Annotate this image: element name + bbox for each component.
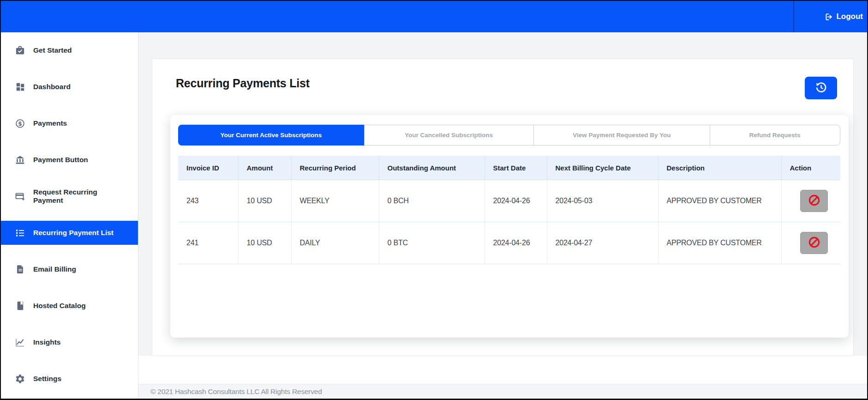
table-row: 243 10 USD WEEKLY 0 BCH 2024-04-26 2024-… (178, 180, 840, 222)
block-icon (808, 194, 821, 208)
sidebar-item-recurring-payment-list[interactable]: Recurring Payment List (1, 221, 138, 245)
page-title: Recurring Payments List (176, 77, 310, 90)
cell-recurring-period: DAILY (291, 222, 379, 264)
svg-text:$: $ (18, 120, 22, 127)
sidebar-item-hosted-catalog[interactable]: Hosted Catalog (1, 294, 138, 318)
sidebar-item-label: Get Started (33, 46, 72, 55)
sidebar-item-label: Insights (33, 338, 60, 346)
block-icon (808, 236, 821, 250)
cell-amount: 10 USD (238, 180, 291, 222)
refresh-history-button[interactable] (805, 77, 837, 99)
cell-action (781, 180, 840, 222)
topbar: Logout (1, 1, 867, 32)
content-area: Recurring Payments List Your Current Act… (138, 32, 867, 399)
sidebar-item-get-started[interactable]: Get Started (1, 38, 138, 62)
dollar-circle-icon: $ (15, 118, 25, 129)
document-icon (15, 264, 25, 275)
tab-view-payment-requested-by-you[interactable]: View Payment Requested By You (533, 125, 710, 145)
gear-icon (15, 374, 25, 384)
footer: © 2021 Hashcash Consultants LLC All Righ… (138, 384, 867, 399)
sidebar-item-request-recurring-payment[interactable]: Request Recurring Payment (1, 184, 138, 208)
tab-refund-requests[interactable]: Refund Requests (710, 125, 839, 145)
app-window: Logout Get Started (0, 0, 868, 400)
tab-cancelled-subscriptions[interactable]: Your Cancelled Subscriptions (364, 125, 533, 145)
sidebar-item-label: Dashboard (33, 83, 71, 91)
cell-invoice-id: 241 (178, 222, 238, 264)
cell-description: APPROVED BY CUSTOMER (658, 222, 781, 264)
column-header-recurring-period: Recurring Period (291, 156, 379, 180)
logout-label: Logout (836, 12, 863, 21)
cell-next-billing-cycle-date: 2024-04-27 (547, 222, 658, 264)
briefcase-check-icon (15, 45, 25, 56)
sidebar-item-label: Payments (33, 119, 67, 127)
content-lower-strip (138, 356, 867, 384)
cancel-subscription-button[interactable] (800, 190, 828, 212)
cell-start-date: 2024-04-26 (485, 222, 547, 264)
column-header-start-date: Start Date (485, 156, 547, 180)
cell-description: APPROVED BY CUSTOMER (658, 180, 781, 222)
sidebar-item-label: Hosted Catalog (33, 302, 86, 310)
cell-amount: 10 USD (238, 222, 291, 264)
book-icon (15, 301, 25, 311)
cell-action (781, 222, 840, 264)
recurring-payments-panel: Recurring Payments List Your Current Act… (152, 59, 854, 356)
column-header-action: Action (781, 156, 840, 180)
cancel-subscription-button[interactable] (800, 232, 828, 254)
cell-outstanding-amount: 0 BCH (379, 180, 485, 222)
topbar-divider (793, 1, 794, 32)
sidebar-item-label: Email Billing (33, 265, 76, 273)
column-header-description: Description (658, 156, 781, 180)
sidebar-item-insights[interactable]: Insights (1, 330, 138, 354)
dashboard-grid-icon (15, 82, 25, 92)
table-header-row: Invoice ID Amount Recurring Period Outst… (178, 156, 840, 180)
cell-outstanding-amount: 0 BTC (379, 222, 485, 264)
logout-button[interactable]: Logout (825, 1, 863, 32)
cell-next-billing-cycle-date: 2024-05-03 (547, 180, 658, 222)
list-icon (15, 228, 25, 238)
column-header-next-billing-cycle-date: Next Billing Cycle Date (547, 156, 658, 180)
sidebar-item-label: Request Recurring Payment (33, 188, 128, 205)
column-header-amount: Amount (238, 156, 291, 180)
sidebar-item-label: Recurring Payment List (33, 229, 114, 237)
sidebar-item-label: Payment Button (33, 156, 88, 164)
sidebar-item-email-billing[interactable]: Email Billing (1, 257, 138, 281)
chart-line-icon (15, 337, 25, 348)
sidebar-item-settings[interactable]: Settings (1, 367, 138, 391)
tab-bar: Your Current Active Subscriptions Your C… (178, 125, 840, 145)
cell-invoice-id: 243 (178, 180, 238, 222)
sidebar: Get Started Dashboard $ Payments (1, 32, 138, 399)
cell-start-date: 2024-04-26 (485, 180, 547, 222)
cell-recurring-period: WEEKLY (291, 180, 379, 222)
history-icon (815, 81, 827, 95)
copyright-text: © 2021 Hashcash Consultants LLC All Righ… (150, 388, 322, 396)
card-plus-icon (15, 191, 25, 202)
column-header-outstanding-amount: Outstanding Amount (379, 156, 485, 180)
bank-icon (15, 155, 25, 165)
sidebar-item-dashboard[interactable]: Dashboard (1, 75, 138, 99)
subscriptions-table: Invoice ID Amount Recurring Period Outst… (178, 156, 840, 264)
tab-current-active-subscriptions[interactable]: Your Current Active Subscriptions (178, 125, 364, 145)
column-header-invoice-id: Invoice ID (178, 156, 238, 180)
logout-icon (825, 12, 833, 21)
sidebar-item-payments[interactable]: $ Payments (1, 111, 138, 135)
table-row: 241 10 USD DAILY 0 BTC 2024-04-26 2024-0… (178, 222, 840, 264)
sidebar-item-label: Settings (33, 375, 61, 383)
sidebar-item-payment-button[interactable]: Payment Button (1, 148, 138, 172)
subscriptions-card: Your Current Active Subscriptions Your C… (170, 115, 849, 338)
